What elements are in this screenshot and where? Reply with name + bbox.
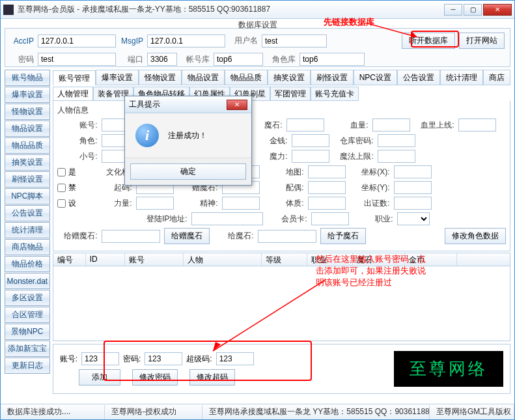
f-ll-lbl: 力量: xyxy=(80,198,132,209)
sidebar-item-14[interactable]: 合区管理 xyxy=(5,307,50,323)
col-1[interactable]: ID xyxy=(86,253,125,266)
modify-role-button[interactable]: 修改角色数据 xyxy=(445,228,506,244)
f-js[interactable] xyxy=(222,197,260,210)
give-stone-button[interactable]: 给予魔石 xyxy=(320,228,366,244)
sidebar-item-15[interactable]: 景物NPC xyxy=(5,324,50,340)
tab-2[interactable]: 怪物设置 xyxy=(139,70,182,85)
ft-sup-input[interactable] xyxy=(216,352,254,365)
subtab-6[interactable]: 账号充值卡 xyxy=(311,87,359,101)
give-gift-stone-button[interactable]: 给赠魔石 xyxy=(164,228,210,244)
sidebar-item-6[interactable]: 刷怪设置 xyxy=(5,171,50,188)
dialog-titlebar[interactable]: 工具提示 ✕ xyxy=(125,96,251,113)
subtab-0[interactable]: 人物管理 xyxy=(53,87,93,101)
chk3[interactable] xyxy=(57,199,66,208)
user-input[interactable] xyxy=(262,35,327,48)
accip-input[interactable] xyxy=(38,35,116,48)
sidebar-item-7[interactable]: NPC脚本 xyxy=(5,188,50,204)
tab-3[interactable]: 物品设置 xyxy=(182,70,225,85)
f-zby[interactable] xyxy=(394,181,432,194)
f-ll[interactable] xyxy=(136,197,174,210)
f-mfsx[interactable] xyxy=(378,150,415,163)
tab-0[interactable]: 账号管理 xyxy=(53,70,96,85)
f-tl[interactable] xyxy=(308,197,346,210)
close-button[interactable]: ✕ xyxy=(483,4,512,16)
dialog-close-button[interactable]: ✕ xyxy=(227,100,247,110)
f-xlsx[interactable] xyxy=(458,119,496,132)
change-pwd-button[interactable]: 修改密码 xyxy=(132,369,178,385)
user-label: 用户名 xyxy=(229,35,258,46)
gms-input[interactable] xyxy=(258,230,316,243)
sidebar-item-12[interactable]: Monster.dat xyxy=(5,273,50,289)
open-website-button[interactable]: 打开网站 xyxy=(459,33,505,49)
accdb-input[interactable] xyxy=(214,53,263,66)
port-input[interactable] xyxy=(147,53,177,66)
roledb-input[interactable] xyxy=(299,53,365,66)
subtab-5[interactable]: 军团管理 xyxy=(270,87,311,101)
f-zbx[interactable] xyxy=(394,165,432,178)
main-tabs: 账号管理爆率设置怪物设置物品设置物品品质抽奖设置刷怪设置NPC设置公告设置统计清… xyxy=(53,70,510,85)
ft-pwd-input[interactable] xyxy=(145,352,182,365)
sidebar-item-4[interactable]: 物品品质 xyxy=(5,137,50,154)
add-account-button[interactable]: 添加 xyxy=(79,369,120,385)
tab-8[interactable]: 公告设置 xyxy=(397,70,440,85)
f-po-lbl: 配偶: xyxy=(264,182,304,193)
sidebar-item-2[interactable]: 怪物设置 xyxy=(5,104,50,120)
status-info: 至尊网络承接魔域私服一条龙 YY基地：585515 QQ：90361188 xyxy=(202,405,430,419)
sidebar-item-16[interactable]: 添加新宝宝 xyxy=(5,341,50,357)
f-czs[interactable] xyxy=(394,197,432,210)
f-acc-lbl: 账号: xyxy=(57,120,98,131)
sidebar-item-13[interactable]: 多区设置 xyxy=(5,290,50,306)
sidebar-item-10[interactable]: 商店物品 xyxy=(5,239,50,255)
col-0[interactable]: 编号 xyxy=(53,253,86,266)
message-dialog: 工具提示 ✕ i 注册成功！ 确定 xyxy=(124,96,252,186)
sidebar-item-8[interactable]: 公告设置 xyxy=(5,205,50,221)
sidebar-item-3[interactable]: 物品设置 xyxy=(5,120,50,137)
sidebar-item-11[interactable]: 物品价格 xyxy=(5,256,50,272)
tab-4[interactable]: 物品品质 xyxy=(225,70,268,85)
col-7[interactable]: 金币 xyxy=(405,253,457,266)
f-ml[interactable] xyxy=(292,150,329,163)
tab-9[interactable]: 统计清理 xyxy=(440,70,483,85)
brand-logo: 至尊网络 xyxy=(394,351,503,387)
f-zy[interactable] xyxy=(397,212,430,225)
section-label: 人物信息 xyxy=(57,105,89,116)
tab-7[interactable]: NPC设置 xyxy=(354,70,397,85)
chk2[interactable] xyxy=(57,184,66,192)
col-4[interactable]: 等级 xyxy=(262,253,307,266)
col-3[interactable]: 人物 xyxy=(184,253,262,266)
f-ckmm[interactable] xyxy=(378,134,415,147)
gzms-input[interactable] xyxy=(102,230,160,243)
col-2[interactable]: 账号 xyxy=(125,253,184,266)
f-hyk[interactable] xyxy=(311,212,349,225)
tab-1[interactable]: 爆率设置 xyxy=(96,70,139,85)
disconnect-db-button[interactable]: 断开数据库 xyxy=(402,33,455,49)
f-ms[interactable] xyxy=(286,119,324,132)
result-list[interactable]: 编号ID账号人物等级职业魔石金币 xyxy=(53,253,510,341)
col-6[interactable]: 魔石 xyxy=(353,253,405,266)
change-super-button[interactable]: 修改超码 xyxy=(189,369,235,385)
f-dt[interactable] xyxy=(308,165,346,178)
msgip-label: MsgIP xyxy=(120,36,143,46)
dialog-ok-button[interactable]: 确定 xyxy=(130,163,246,180)
f-po[interactable] xyxy=(308,181,346,194)
col-5[interactable]: 职业 xyxy=(307,253,353,266)
sidebar-item-1[interactable]: 爆率设置 xyxy=(5,87,50,103)
tab-6[interactable]: 刷怪设置 xyxy=(311,70,354,85)
minimize-button[interactable]: ─ xyxy=(444,4,462,16)
f-dlip[interactable] xyxy=(191,212,263,225)
sidebar-item-0[interactable]: 账号物品 xyxy=(5,70,50,86)
msgip-input[interactable] xyxy=(147,35,225,48)
maximize-button[interactable]: ▢ xyxy=(464,4,482,16)
pwd-input[interactable] xyxy=(38,53,116,66)
sidebar-item-17[interactable]: 更新日志 xyxy=(5,357,50,374)
tab-10[interactable]: 商店 xyxy=(483,70,510,85)
titlebar[interactable]: 至尊网络-会员版 - 承接魔域私服一条龙-YY基地：585515 QQ:9036… xyxy=(1,1,514,19)
f-xl[interactable] xyxy=(372,119,410,132)
sidebar-item-5[interactable]: 抽奖设置 xyxy=(5,154,50,171)
sidebar-item-9[interactable]: 统计清理 xyxy=(5,222,50,238)
accdb-label: 帐号库 xyxy=(181,54,210,65)
tab-5[interactable]: 抽奖设置 xyxy=(268,70,311,85)
f-jq[interactable] xyxy=(292,134,329,147)
ft-acc-input[interactable] xyxy=(81,352,119,365)
chk1[interactable] xyxy=(57,168,66,176)
